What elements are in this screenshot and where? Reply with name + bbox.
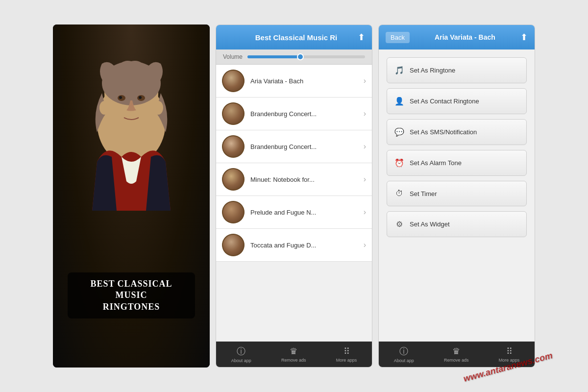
action-button-icon: 👤: [394, 97, 405, 106]
footer-more-apps[interactable]: ⠿ More apps: [336, 346, 357, 363]
list-footer: ⓘ About app ♛ Remove ads ⠿ More apps: [216, 342, 372, 367]
splash-panel: Best Classical Music Ringtones: [53, 24, 210, 368]
footer-about[interactable]: ⓘ About app: [231, 345, 251, 363]
action-button-icon: ⏰: [394, 158, 405, 168]
action-buttons: 🎵Set As Ringtone👤Set As Contact Ringtone…: [379, 49, 535, 342]
song-item[interactable]: Brandenburg Concert...›: [216, 130, 372, 163]
footer-remove-ads[interactable]: ♛ Remove ads: [281, 346, 306, 363]
chevron-icon: ›: [364, 175, 366, 184]
song-name: Brandenburg Concert...: [250, 143, 364, 150]
action-button-icon: 🎵: [394, 66, 405, 75]
actions-footer-remove-ads[interactable]: ♛ Remove ads: [444, 346, 469, 363]
song-item[interactable]: Prelude and Fugue N...›: [216, 196, 372, 229]
action-button[interactable]: ⏰Set As Alarm Tone: [387, 150, 527, 176]
action-button-label: Set As SMS/Notification: [410, 128, 477, 136]
action-button-icon: ⚙: [394, 220, 405, 229]
action-button-icon: ⏱: [394, 189, 405, 198]
volume-control: Volume: [216, 49, 372, 65]
more-apps-label: More apps: [336, 358, 357, 363]
chevron-icon: ›: [364, 109, 366, 118]
action-button-label: Set As Alarm Tone: [410, 159, 462, 167]
actions-header: Back Aria Variata - Bach ⬆: [379, 25, 535, 49]
action-button-label: Set As Contact Ringtone: [410, 98, 479, 105]
song-name: Aria Variata - Bach: [250, 77, 364, 85]
svg-point-7: [99, 101, 109, 115]
action-button[interactable]: 💬Set As SMS/Notification: [387, 119, 527, 145]
app-title: Best Classical Music: [75, 278, 187, 301]
action-button-label: Set As Widget: [410, 220, 450, 228]
back-button[interactable]: Back: [386, 32, 410, 43]
crown-icon: ♛: [290, 346, 297, 357]
app-subtitle: Ringtones: [75, 301, 187, 313]
volume-slider[interactable]: [247, 55, 365, 58]
action-panel: Back Aria Variata - Bach ⬆ 🎵Set As Ringt…: [378, 24, 535, 368]
song-item[interactable]: Toccata and Fugue D...›: [216, 229, 372, 262]
song-avatar: [222, 135, 245, 158]
song-avatar: [222, 168, 245, 191]
about-icon: ⓘ: [237, 345, 245, 357]
svg-point-5: [119, 96, 122, 99]
svg-point-8: [153, 101, 163, 115]
action-button-icon: 💬: [394, 127, 405, 137]
song-list: Aria Variata - Bach›Brandenburg Concert.…: [216, 65, 372, 342]
action-button[interactable]: ⚙Set As Widget: [387, 211, 527, 237]
list-header-title: Best Classical Music Ri: [235, 33, 358, 42]
volume-fill: [247, 55, 300, 58]
song-name: Minuet: Notebook for...: [250, 176, 364, 183]
actions-crown-icon: ♛: [452, 346, 460, 357]
actions-grid-icon: ⠿: [506, 346, 513, 357]
actions-share-icon[interactable]: ⬆: [520, 32, 528, 43]
chevron-icon: ›: [364, 241, 366, 249]
actions-footer-about[interactable]: ⓘ About app: [394, 345, 414, 363]
song-avatar: [222, 70, 245, 92]
actions-remove-ads-label: Remove ads: [444, 358, 469, 363]
song-avatar: [222, 102, 245, 125]
action-button-label: Set As Ringtone: [410, 67, 455, 74]
volume-label: Volume: [223, 53, 243, 60]
svg-point-6: [139, 96, 142, 99]
grid-icon: ⠿: [343, 346, 350, 357]
volume-thumb: [297, 53, 304, 60]
song-name: Toccata and Fugue D...: [250, 242, 364, 249]
about-label: About app: [231, 358, 251, 363]
song-avatar: [222, 201, 245, 223]
remove-ads-label: Remove ads: [281, 358, 306, 363]
song-avatar: [222, 234, 245, 256]
actions-title: Aria Variata - Bach: [414, 33, 516, 41]
share-icon[interactable]: ⬆: [358, 32, 365, 43]
song-item[interactable]: Minuet: Notebook for...›: [216, 163, 372, 196]
actions-more-apps-label: More apps: [499, 358, 520, 363]
list-header: Best Classical Music Ri ⬆: [216, 25, 372, 49]
action-button[interactable]: ⏱Set Timer: [387, 181, 527, 206]
song-list-panel: Best Classical Music Ri ⬆ Volume Aria Va…: [216, 24, 372, 368]
chevron-icon: ›: [364, 208, 366, 217]
actions-about-label: About app: [394, 358, 414, 363]
song-item[interactable]: Brandenburg Concert...›: [216, 98, 372, 130]
action-button[interactable]: 👤Set As Contact Ringtone: [387, 88, 527, 114]
action-button-label: Set Timer: [410, 190, 437, 197]
chevron-icon: ›: [364, 76, 366, 85]
song-item[interactable]: Aria Variata - Bach›: [216, 65, 372, 98]
actions-footer-more-apps[interactable]: ⠿ More apps: [499, 346, 520, 363]
chevron-icon: ›: [364, 142, 366, 151]
app-title-badge: Best Classical Music Ringtones: [68, 272, 195, 318]
song-name: Prelude and Fugue N...: [250, 209, 364, 216]
action-button[interactable]: 🎵Set As Ringtone: [387, 57, 527, 83]
song-name: Brandenburg Concert...: [250, 110, 364, 118]
actions-footer: ⓘ About app ♛ Remove ads ⠿ More apps: [379, 342, 535, 367]
actions-about-icon: ⓘ: [399, 345, 408, 357]
